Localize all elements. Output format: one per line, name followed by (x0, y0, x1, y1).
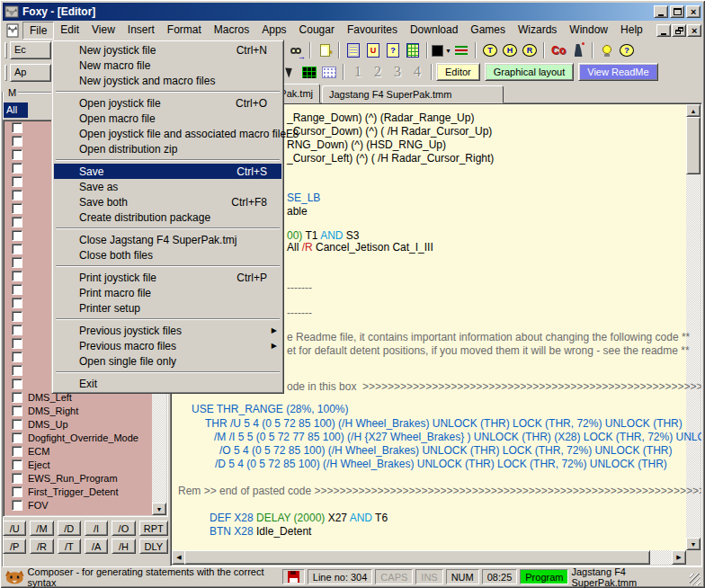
menu-item-print-macro-file[interactable]: Print macro file (54, 285, 281, 300)
mdi-close-button[interactable]: × (687, 24, 701, 37)
maximize-button[interactable] (670, 5, 684, 18)
macro-checkbox[interactable] (12, 365, 22, 376)
doc-grid-icon[interactable] (403, 41, 423, 59)
menu-item-exit[interactable]: Exit (54, 376, 281, 391)
doc-u-icon[interactable]: U (363, 41, 383, 59)
menu-games[interactable]: Games (464, 22, 512, 40)
macro-checkbox[interactable] (12, 500, 22, 511)
vscroll-thumb[interactable] (686, 117, 701, 174)
toolbar-grip[interactable] (4, 65, 7, 81)
macro-checkbox[interactable] (12, 122, 22, 133)
joystick-icon[interactable] (568, 41, 588, 59)
macro-checkbox[interactable] (12, 298, 22, 308)
macro-checkbox[interactable] (12, 203, 22, 214)
macro-checkbox[interactable] (12, 405, 22, 416)
hscroll-thumb[interactable] (184, 550, 650, 565)
logic-button-t[interactable]: /T (58, 539, 81, 554)
statement-list-icon[interactable] (451, 41, 471, 59)
grid-dotted-icon[interactable] (319, 63, 339, 81)
logic-button-d[interactable]: /D (58, 521, 81, 536)
menu-download[interactable]: Download (404, 22, 464, 40)
menu-format[interactable]: Format (161, 22, 208, 40)
macro-checkbox[interactable] (12, 432, 22, 443)
view-readme-button[interactable]: View ReadMe (578, 63, 657, 81)
toolbar-partial-button-2[interactable]: Ap (10, 64, 51, 82)
macro-checkbox[interactable] (12, 325, 22, 335)
menu-help[interactable]: Help (614, 22, 649, 40)
menu-item-new-joystick-file[interactable]: New joystick fileCtrl+N (54, 42, 281, 58)
menu-cougar[interactable]: Cougar (293, 22, 341, 40)
editor-button[interactable]: Editor (436, 63, 480, 81)
macro-checkbox[interactable] (12, 379, 22, 389)
logic-button-m[interactable]: /M (30, 521, 53, 536)
logic-button-r[interactable]: /R (30, 539, 53, 554)
scroll-down-icon[interactable]: ▼ (686, 538, 701, 550)
doc-plain-icon[interactable] (344, 41, 363, 59)
menu-item-create-distribution-package[interactable]: Create distribution package (54, 209, 281, 225)
macro-checkbox[interactable] (12, 446, 22, 457)
doc-help-icon[interactable]: ? (383, 41, 403, 59)
balloon-h-icon[interactable]: H (500, 41, 520, 59)
page-number-3[interactable]: 3 (394, 64, 401, 80)
cougar-icon[interactable]: Co (549, 41, 568, 59)
macro-checkbox[interactable] (12, 136, 22, 147)
menu-edit[interactable]: Edit (54, 22, 85, 40)
menu-item-open-distribution-zip[interactable]: Open distribution zip (54, 141, 281, 156)
macro-checkbox[interactable] (12, 271, 22, 281)
macro-checkbox[interactable] (12, 338, 22, 349)
scroll-up-icon[interactable]: ▲ (686, 104, 701, 117)
page-number-1[interactable]: 1 (354, 64, 361, 80)
menu-item-print-joystick-file[interactable]: Print joystick fileCtrl+P (54, 270, 281, 285)
menu-item-open-single-file-only[interactable]: Open single file only (54, 353, 281, 369)
menu-wizards[interactable]: Wizards (512, 22, 563, 40)
macro-checkbox[interactable] (12, 459, 22, 470)
macro-checkbox[interactable] (12, 149, 22, 160)
menu-item-previous-macro-files[interactable]: Previous macro files▶ (54, 338, 281, 353)
logic-button-p[interactable]: /P (3, 539, 26, 554)
macro-checkbox[interactable] (12, 311, 22, 322)
logic-button-rpt[interactable]: RPT (139, 521, 168, 536)
graphical-layout-button[interactable]: Graphical layout (485, 63, 575, 81)
menu-item-save-as[interactable]: Save as (54, 179, 281, 194)
macro-checkbox[interactable] (12, 473, 22, 484)
balloon-t-icon[interactable]: T (480, 41, 500, 59)
menu-item-printer-setup[interactable]: Printer setup (54, 300, 281, 316)
toolbar-grip[interactable] (4, 42, 7, 58)
macro-filter-selected[interactable]: All (4, 102, 28, 118)
macro-checkbox[interactable] (12, 419, 22, 430)
menu-item-new-joystick-and-macro-files[interactable]: New joystick and macro files (54, 73, 281, 88)
scroll-right-icon[interactable]: ▶ (672, 550, 686, 565)
menu-item-save[interactable]: SaveCtrl+S (54, 164, 281, 179)
macro-checkbox[interactable] (12, 486, 22, 497)
macro-checkbox[interactable] (12, 176, 22, 187)
mdi-restore-button[interactable] (672, 24, 686, 37)
macro-checkbox[interactable] (12, 217, 22, 227)
page-number-2[interactable]: 2 (374, 64, 381, 80)
editor-vscrollbar[interactable]: ▲ ▼ (686, 104, 701, 550)
minimize-button[interactable] (654, 5, 668, 18)
help-balloon-icon[interactable]: ? (617, 41, 637, 59)
menu-apps[interactable]: Apps (255, 22, 292, 40)
macro-checkbox[interactable] (12, 392, 22, 403)
logic-button-o[interactable]: /O (112, 521, 135, 536)
scroll-down-icon[interactable]: ▼ (152, 503, 166, 515)
close-button[interactable]: × (686, 5, 701, 18)
macro-checkbox[interactable] (12, 163, 22, 174)
macro-checkbox[interactable] (12, 352, 22, 362)
menu-item-previous-joystick-files[interactable]: Previous joystick files▶ (54, 323, 281, 338)
menu-window[interactable]: Window (563, 22, 614, 40)
new-file-sparkle-icon[interactable]: * (315, 41, 335, 59)
menu-item-open-macro-file[interactable]: Open macro file (54, 111, 281, 126)
menu-item-open-joystick-file-and-associated-macro-file[interactable]: Open joystick file and associated macro … (54, 126, 281, 141)
menu-item-close-jagstang-f4-superpak-tmj[interactable]: Close Jagstang F4 SuperPak.tmj (54, 232, 281, 247)
logic-button-dly[interactable]: DLY (139, 539, 168, 554)
macro-checkbox[interactable] (12, 244, 22, 254)
tip-bulb-icon[interactable] (597, 41, 617, 59)
find-next-icon[interactable]: → (286, 41, 306, 59)
macro-checkbox[interactable] (12, 257, 22, 268)
editor-hscrollbar[interactable]: ◀ ▶ (172, 550, 686, 565)
menu-item-new-macro-file[interactable]: New macro file (54, 58, 281, 73)
menu-item-close-both-files[interactable]: Close both files (54, 247, 281, 263)
logic-button-h[interactable]: /H (112, 539, 135, 554)
menu-file[interactable]: File (22, 22, 54, 40)
